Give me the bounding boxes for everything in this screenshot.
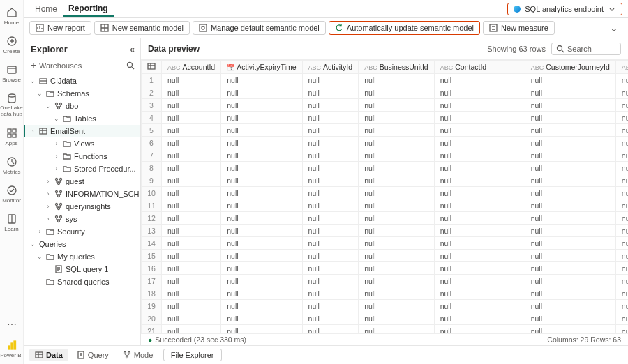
table-row[interactable]: 21nullnullnullnullnullnullnull: [142, 325, 629, 334]
rail-powerbi[interactable]: Power BI: [0, 335, 23, 364]
tree-node-emailsent[interactable]: ›EmailSent: [24, 125, 140, 137]
rail-home[interactable]: Home: [0, 3, 23, 31]
tree-node-stored-procedures[interactable]: ›Stored Procedur...: [24, 162, 140, 175]
cell[interactable]: null: [162, 237, 221, 250]
cell[interactable]: null: [525, 112, 615, 124]
rail-more[interactable]: ⋯: [0, 314, 23, 335]
cell[interactable]: null: [359, 212, 435, 225]
cell[interactable]: null: [162, 300, 221, 312]
cell[interactable]: null: [434, 287, 525, 300]
table-row[interactable]: 18nullnullnullnullnullnullnull: [142, 287, 629, 300]
rail-learn[interactable]: Learn: [0, 209, 23, 238]
cell[interactable]: null: [525, 86, 615, 99]
cell[interactable]: null: [302, 287, 359, 300]
cell[interactable]: null: [221, 312, 302, 325]
cell[interactable]: null: [525, 212, 615, 225]
tree-node-functions[interactable]: ›Functions: [24, 150, 140, 162]
grid-corner[interactable]: [142, 61, 162, 74]
cell[interactable]: null: [434, 149, 525, 162]
table-row[interactable]: 11nullnullnullnullnullnullnull: [142, 199, 629, 212]
cell[interactable]: null: [359, 74, 435, 86]
cell[interactable]: null: [434, 300, 525, 312]
cell[interactable]: null: [434, 325, 525, 334]
cell[interactable]: null: [221, 287, 302, 300]
cell[interactable]: null: [525, 74, 615, 86]
row-number[interactable]: 13: [142, 225, 162, 237]
cell[interactable]: null: [302, 86, 359, 99]
row-number[interactable]: 18: [142, 287, 162, 300]
row-number[interactable]: 16: [142, 262, 162, 275]
cell[interactable]: null: [359, 225, 435, 237]
column-header[interactable]: ABCCustomerJourney: [615, 61, 628, 74]
cell[interactable]: null: [359, 250, 435, 262]
bottom-tab-model[interactable]: Model: [117, 349, 160, 361]
cell[interactable]: null: [221, 174, 302, 187]
tree-node-security[interactable]: ›Security: [24, 225, 140, 238]
cell[interactable]: null: [615, 174, 628, 187]
cell[interactable]: null: [162, 124, 221, 137]
data-grid-scroll[interactable]: ABCAccountId📅ActivityExpiryTimeABCActivi…: [141, 60, 628, 333]
cell[interactable]: null: [302, 262, 359, 275]
tree-node-views[interactable]: ›Views: [24, 137, 140, 150]
cell[interactable]: null: [615, 287, 628, 300]
cell[interactable]: null: [525, 250, 615, 262]
row-number[interactable]: 1: [142, 74, 162, 86]
cell[interactable]: null: [302, 74, 359, 86]
bottom-tab-query[interactable]: Query: [71, 349, 114, 361]
cell[interactable]: null: [302, 212, 359, 225]
new-measure-button[interactable]: New measure: [483, 21, 555, 35]
search-input[interactable]: Search: [551, 43, 621, 55]
table-row[interactable]: 17nullnullnullnullnullnullnull: [142, 275, 629, 287]
cell[interactable]: null: [434, 174, 525, 187]
cell[interactable]: null: [162, 99, 221, 112]
tree-node-sql-query-1[interactable]: SQL query 1: [24, 263, 140, 275]
cell[interactable]: null: [359, 162, 435, 174]
cell[interactable]: null: [302, 99, 359, 112]
new-semantic-model-button[interactable]: New semantic model: [94, 21, 190, 35]
cell[interactable]: null: [359, 99, 435, 112]
cell[interactable]: null: [302, 250, 359, 262]
bottom-tab-data[interactable]: Data: [29, 349, 68, 361]
cell[interactable]: null: [162, 262, 221, 275]
column-header[interactable]: ABCActivityId: [302, 61, 359, 74]
cell[interactable]: null: [525, 262, 615, 275]
manage-default-model-button[interactable]: Manage default semantic model: [193, 21, 326, 35]
cell[interactable]: null: [525, 312, 615, 325]
cell[interactable]: null: [434, 162, 525, 174]
cell[interactable]: null: [434, 237, 525, 250]
new-report-button[interactable]: New report: [29, 21, 91, 35]
cell[interactable]: null: [359, 124, 435, 137]
row-number[interactable]: 9: [142, 174, 162, 187]
cell[interactable]: null: [525, 174, 615, 187]
rail-create[interactable]: Create: [0, 31, 23, 60]
table-row[interactable]: 6nullnullnullnullnullnullnull: [142, 137, 629, 149]
table-row[interactable]: 3nullnullnullnullnullnullnull: [142, 99, 629, 112]
rail-metrics[interactable]: Metrics: [0, 152, 23, 181]
cell[interactable]: null: [302, 174, 359, 187]
cell[interactable]: null: [162, 74, 221, 86]
cell[interactable]: null: [359, 325, 435, 334]
cell[interactable]: null: [162, 225, 221, 237]
cell[interactable]: null: [359, 187, 435, 199]
cell[interactable]: null: [359, 287, 435, 300]
table-row[interactable]: 13nullnullnullnullnullnullnull: [142, 225, 629, 237]
cell[interactable]: null: [615, 250, 628, 262]
collapse-explorer-button[interactable]: «: [130, 45, 135, 54]
cell[interactable]: null: [162, 187, 221, 199]
cell[interactable]: null: [221, 225, 302, 237]
cell[interactable]: null: [162, 112, 221, 124]
cell[interactable]: null: [525, 237, 615, 250]
cell[interactable]: null: [615, 325, 628, 334]
cell[interactable]: null: [221, 275, 302, 287]
cell[interactable]: null: [162, 312, 221, 325]
cell[interactable]: null: [434, 124, 525, 137]
table-row[interactable]: 8nullnullnullnullnullnullnull: [142, 162, 629, 174]
cell[interactable]: null: [525, 275, 615, 287]
cell[interactable]: null: [162, 149, 221, 162]
tab-home[interactable]: Home: [29, 1, 63, 16]
file-explorer-button[interactable]: File Explorer: [163, 349, 222, 361]
cell[interactable]: null: [434, 312, 525, 325]
rail-browse[interactable]: Browse: [0, 60, 23, 89]
cell[interactable]: null: [615, 312, 628, 325]
cell[interactable]: null: [162, 325, 221, 334]
